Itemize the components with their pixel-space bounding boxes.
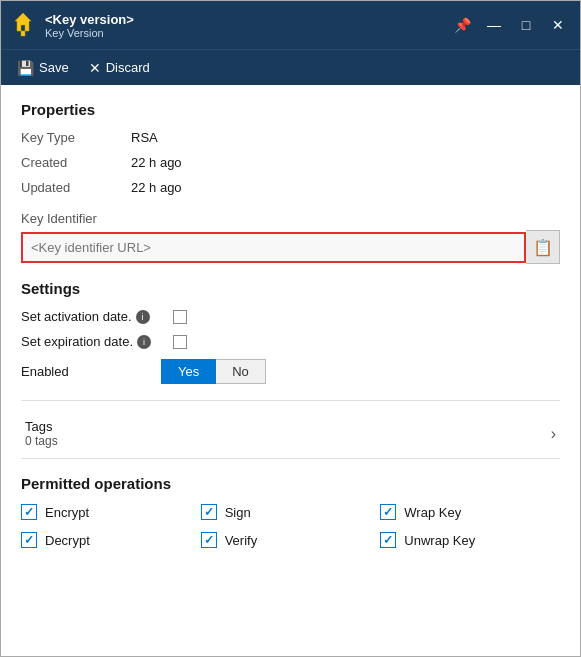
perm-label-encrypt: Encrypt bbox=[45, 505, 89, 520]
close-button[interactable]: ✕ bbox=[544, 11, 572, 39]
tags-count: 0 tags bbox=[25, 434, 58, 448]
expiration-row: Set expiration date. i bbox=[21, 334, 560, 349]
perm-label-sign: Sign bbox=[225, 505, 251, 520]
toolbar: 💾 Save ✕ Discard bbox=[1, 49, 580, 85]
permitted-operations-section: Permitted operations EncryptSignWrap Key… bbox=[21, 475, 560, 548]
settings-section: Settings Set activation date. i Set expi… bbox=[21, 280, 560, 384]
expiration-info-icon[interactable]: i bbox=[137, 335, 151, 349]
settings-heading: Settings bbox=[21, 280, 560, 297]
perm-checkbox-wrap-key[interactable] bbox=[380, 504, 396, 520]
created-value: 22 h ago bbox=[131, 155, 560, 170]
activation-info-icon[interactable]: i bbox=[136, 310, 150, 324]
tags-row[interactable]: Tags 0 tags › bbox=[21, 409, 560, 459]
properties-grid: Key Type RSA Created 22 h ago Updated 22… bbox=[21, 130, 560, 195]
key-identifier-row: 📋 bbox=[21, 230, 560, 264]
properties-heading: Properties bbox=[21, 101, 560, 118]
perm-label-wrap-key: Wrap Key bbox=[404, 505, 461, 520]
expiration-checkbox[interactable] bbox=[173, 335, 187, 349]
permitted-item: Encrypt bbox=[21, 504, 201, 520]
updated-label: Updated bbox=[21, 180, 131, 195]
perm-label-verify: Verify bbox=[225, 533, 258, 548]
svg-rect-1 bbox=[21, 31, 25, 36]
title-bar-controls: 📌 — □ ✕ bbox=[448, 11, 572, 39]
permitted-operations-grid: EncryptSignWrap KeyDecryptVerifyUnwrap K… bbox=[21, 504, 560, 548]
enabled-row: Enabled Yes No bbox=[21, 359, 560, 384]
permitted-item: Wrap Key bbox=[380, 504, 560, 520]
perm-checkbox-encrypt[interactable] bbox=[21, 504, 37, 520]
perm-label-decrypt: Decrypt bbox=[45, 533, 90, 548]
expiration-label: Set expiration date. i bbox=[21, 334, 161, 349]
perm-checkbox-sign[interactable] bbox=[201, 504, 217, 520]
minimize-button[interactable]: — bbox=[480, 11, 508, 39]
key-identifier-input[interactable] bbox=[21, 232, 526, 263]
permitted-item: Verify bbox=[201, 532, 381, 548]
updated-value: 22 h ago bbox=[131, 180, 560, 195]
key-type-value: RSA bbox=[131, 130, 560, 145]
activation-checkbox[interactable] bbox=[173, 310, 187, 324]
activation-row: Set activation date. i bbox=[21, 309, 560, 324]
svg-marker-0 bbox=[15, 13, 31, 31]
content-area: Properties Key Type RSA Created 22 h ago… bbox=[1, 85, 580, 656]
tags-title: Tags bbox=[25, 419, 58, 434]
key-type-label: Key Type bbox=[21, 130, 131, 145]
save-button[interactable]: 💾 Save bbox=[9, 56, 77, 80]
perm-label-unwrap-key: Unwrap Key bbox=[404, 533, 475, 548]
main-window: <Key version> Key Version 📌 — □ ✕ 💾 Save… bbox=[0, 0, 581, 657]
perm-checkbox-decrypt[interactable] bbox=[21, 532, 37, 548]
permitted-item: Unwrap Key bbox=[380, 532, 560, 548]
title-bar-text: <Key version> Key Version bbox=[45, 12, 448, 39]
copy-icon: 📋 bbox=[533, 238, 553, 257]
window-icon bbox=[9, 11, 37, 39]
copy-button[interactable]: 📋 bbox=[526, 230, 560, 264]
enabled-no-button[interactable]: No bbox=[216, 359, 266, 384]
permitted-item: Sign bbox=[201, 504, 381, 520]
window-subtitle: Key Version bbox=[45, 27, 448, 39]
permitted-item: Decrypt bbox=[21, 532, 201, 548]
tags-info: Tags 0 tags bbox=[25, 419, 58, 448]
activation-label: Set activation date. i bbox=[21, 309, 161, 324]
discard-button[interactable]: ✕ Discard bbox=[81, 56, 158, 80]
save-label: Save bbox=[39, 60, 69, 75]
title-bar: <Key version> Key Version 📌 — □ ✕ bbox=[1, 1, 580, 49]
save-icon: 💾 bbox=[17, 60, 34, 76]
enabled-yes-button[interactable]: Yes bbox=[161, 359, 216, 384]
perm-checkbox-verify[interactable] bbox=[201, 532, 217, 548]
discard-icon: ✕ bbox=[89, 60, 101, 76]
chevron-right-icon: › bbox=[551, 425, 556, 443]
permitted-operations-heading: Permitted operations bbox=[21, 475, 560, 492]
enabled-label: Enabled bbox=[21, 364, 161, 379]
divider-1 bbox=[21, 400, 560, 401]
restore-button[interactable]: □ bbox=[512, 11, 540, 39]
perm-checkbox-unwrap-key[interactable] bbox=[380, 532, 396, 548]
window-title: <Key version> bbox=[45, 12, 448, 27]
pin-button[interactable]: 📌 bbox=[448, 11, 476, 39]
discard-label: Discard bbox=[106, 60, 150, 75]
key-identifier-section-label: Key Identifier bbox=[21, 211, 560, 226]
created-label: Created bbox=[21, 155, 131, 170]
